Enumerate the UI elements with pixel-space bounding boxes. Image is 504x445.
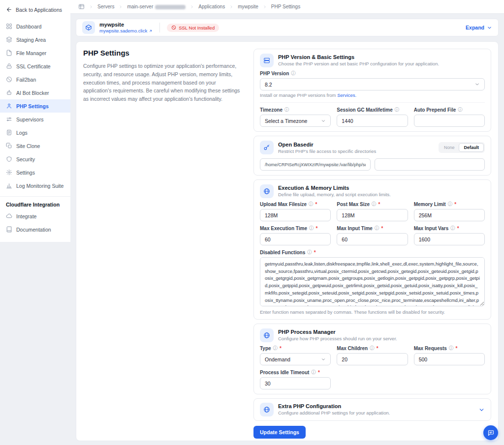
sidebar-item-php-settings[interactable]: PHP Settings: [0, 99, 70, 113]
field-disabled-functions: Disabled Functionsⓘ* getmyuid,passthru,l…: [260, 249, 485, 315]
required-marker: *: [454, 202, 456, 207]
back-to-applications-button[interactable]: Back to Applications: [0, 2, 70, 20]
update-settings-button[interactable]: Update Settings: [253, 426, 306, 439]
max-children-input[interactable]: [337, 353, 408, 365]
sidebar-item-dashboard[interactable]: Dashboard: [0, 20, 70, 33]
php-settings-panel: PHP Settings Configure PHP settings to o…: [76, 41, 499, 441]
upload-max-filesize-input[interactable]: [260, 209, 331, 221]
sidebar-item-label: Dashboard: [16, 24, 41, 30]
php-version-select[interactable]: 8.2: [260, 78, 485, 90]
basedir-path-input[interactable]: [260, 158, 371, 171]
sidebar-item-security[interactable]: Security: [0, 152, 70, 166]
info-icon: ⓘ: [370, 345, 375, 352]
app-url-link[interactable]: mywpsite.sademo.click: [99, 28, 153, 33]
expand-label: Expand: [466, 25, 484, 30]
required-marker: *: [315, 202, 317, 207]
globe-icon: [260, 328, 274, 342]
post-max-size-input[interactable]: [337, 209, 408, 221]
field-max-input-time: Max Input Timeⓘ*: [337, 225, 408, 245]
disabled-functions-textarea[interactable]: getmyuid,passthru,leak,listen,diskfreesp…: [260, 257, 485, 306]
sidebar-divider: [0, 196, 70, 197]
max-input-time-input[interactable]: [337, 233, 408, 245]
sidebar-item-label: Logs: [16, 130, 28, 136]
memory-limit-input[interactable]: [414, 209, 485, 221]
field-max-children: Max Childrenⓘ*: [337, 345, 408, 365]
page-intro: PHP Settings Configure PHP settings to o…: [83, 49, 246, 434]
chevron-right-icon: [262, 4, 267, 9]
sidebar-item-log-monitoring-suite[interactable]: Log Monitoring Suite: [0, 179, 70, 192]
basedir-none-button[interactable]: None: [440, 143, 459, 152]
app-header-card: mywpsite mywpsite.sademo.click SSL Not I…: [76, 19, 499, 36]
auto-prepend-input[interactable]: [414, 115, 485, 127]
chevron-down-icon: [474, 82, 480, 87]
page-description: Configure PHP settings to optimize your …: [83, 62, 246, 103]
max-execution-time-input[interactable]: [260, 233, 331, 245]
app-url-text: mywpsite.sademo.click: [99, 28, 147, 33]
card-subtitle: Configure additional PHP settings for yo…: [278, 410, 390, 415]
settings-column: PHP Version & Basic Settings Choose the …: [253, 49, 491, 434]
breadcrumb-server-name[interactable]: main-server: [127, 4, 186, 9]
process-idle-timeout-input[interactable]: [260, 377, 331, 389]
sidebar-item-documentation[interactable]: Documentation: [0, 223, 70, 236]
chevron-down-icon: [478, 407, 485, 413]
arrow-left-icon: [6, 6, 12, 13]
sidebar-item-label: File Manager: [16, 50, 46, 56]
sidebar-item-file-manager[interactable]: File Manager: [0, 46, 70, 59]
basedir-default-button[interactable]: Default: [459, 143, 484, 152]
grid-view-icon[interactable]: [78, 3, 85, 10]
required-marker: *: [318, 370, 320, 375]
card-header: Extra PHP Configuration Configure additi…: [260, 403, 390, 416]
vertical-divider: [159, 23, 160, 32]
limits-row-1: Upload Max Filesizeⓘ* Post Max Sizeⓘ* Me…: [260, 201, 485, 221]
back-label: Back to Applications: [16, 7, 62, 13]
sidebar-item-ssl-certificate[interactable]: SSL Certificate: [0, 59, 70, 73]
app-identity: mywpsite mywpsite.sademo.click: [99, 22, 153, 33]
basedir-mode-toggle: None Default: [439, 142, 485, 153]
pm-type-value: Ondemand: [265, 356, 290, 362]
chevron-right-icon: [118, 4, 123, 9]
session-gc-input[interactable]: [337, 115, 408, 127]
max-input-vars-input[interactable]: [414, 233, 485, 245]
basedir-add-path-input[interactable]: [375, 158, 485, 171]
external-link-icon: [149, 29, 153, 33]
breadcrumb-servers[interactable]: Servers: [97, 4, 114, 9]
extra-expand-chevron[interactable]: [478, 407, 485, 413]
sidebar-item-logs[interactable]: Logs: [0, 126, 70, 139]
timezone-select[interactable]: Select a Timezone: [260, 115, 331, 127]
sidebar-item-staging-area[interactable]: Staging Area: [0, 33, 70, 46]
pm-type-select[interactable]: Ondemand: [260, 353, 331, 365]
sidebar-item-settings[interactable]: Settings: [0, 166, 70, 179]
sidebar-item-label: Integrate: [16, 213, 36, 219]
breadcrumb-applications[interactable]: Applications: [198, 4, 225, 9]
info-icon: ⓘ: [448, 201, 453, 208]
info-icon: ⓘ: [375, 225, 379, 232]
disabled-functions-help: Enter function names separated by commas…: [260, 309, 485, 315]
sidebar-item-label: Staging Area: [16, 37, 46, 43]
process-row-2: Process Idle Timeoutⓘ*: [260, 369, 485, 389]
max-requests-input[interactable]: [414, 353, 485, 365]
server-icon: [260, 54, 274, 67]
file-icon: [6, 50, 12, 56]
expand-button[interactable]: Expand: [466, 25, 492, 30]
sidebar-item-integrate[interactable]: Integrate: [0, 209, 70, 223]
breadcrumb-mywpsite[interactable]: mywpsite: [238, 4, 258, 9]
required-marker: *: [455, 346, 457, 351]
sidebar-item-fail2ban[interactable]: Fail2ban: [0, 73, 70, 86]
open-basedir-card: Open Basedir Restrict PHP's file access …: [253, 136, 491, 176]
sidebar-item-supervisors[interactable]: Supervisors: [0, 113, 70, 126]
sidebar-item-ai-bot-blocker[interactable]: AI Bot Blocker: [0, 86, 70, 99]
field-auto-prepend: Auto Prepend Fileⓘ: [414, 107, 485, 127]
card-title: PHP Process Manager: [278, 328, 397, 335]
chat-fab-button[interactable]: [483, 425, 498, 440]
sidebar-item-site-clone[interactable]: Site Clone: [0, 139, 70, 152]
layers-icon: [6, 36, 12, 43]
card-subtitle: Choose the PHP version and set basic PHP…: [278, 61, 439, 66]
field-max-execution-time: Max Execution Timeⓘ*: [260, 225, 331, 245]
extra-php-config-card[interactable]: Extra PHP Configuration Configure additi…: [253, 398, 491, 421]
app-cube-icon: [82, 21, 95, 34]
info-icon: ⓘ: [273, 345, 278, 352]
required-marker: *: [315, 226, 317, 231]
card-header: Open Basedir Restrict PHP's file access …: [260, 141, 485, 154]
services-link[interactable]: Services.: [337, 92, 356, 98]
card-subtitle: Define file upload, memory, and script e…: [278, 192, 391, 197]
